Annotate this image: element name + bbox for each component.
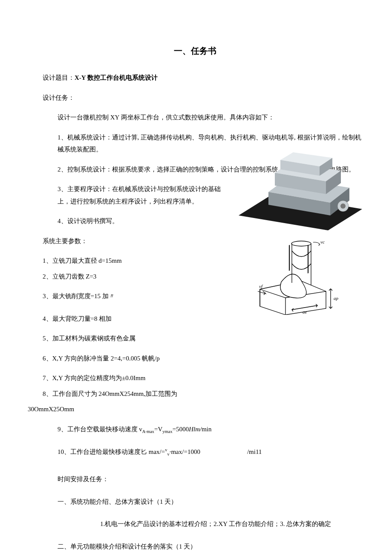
fig2-label-vc: vc <box>320 240 325 244</box>
task-item-3: 3、主要程序设计：在机械系统设计与控制系统设计的基础上，进行控制系统的主程序设计… <box>28 181 228 209</box>
fig2-label-vf: vf <box>259 284 263 289</box>
p10-mid: ·max/=1000 <box>170 448 200 455</box>
p9-ital: Hlm/ <box>189 426 202 433</box>
schedule-1-detail: 1.机电一体化产品设计的基本过程介绍；2.XY 工作台功能介绍；3. 总体方案的… <box>28 516 362 532</box>
p10-pre: 10、工作台进给最快移动速度匕 max/= <box>58 448 165 455</box>
schedule-label: 时间安排及任务： <box>28 471 362 487</box>
fig2-label-ap: ap <box>334 296 339 301</box>
param-10: 10、工作台进给最快移动速度匕 max/=vv·max/=1000/mi11 <box>28 444 362 460</box>
xy-stage-photo <box>234 151 362 232</box>
task-label: 设计任务： <box>28 90 362 106</box>
p9-sub2: ymax <box>162 429 172 434</box>
param-8-cont: 30OmmX25Omm <box>28 401 362 417</box>
svg-point-11 <box>340 203 346 209</box>
milling-cutter-diagram: vc vf ap ae <box>251 240 345 315</box>
param-6: 6、X,Y 方向的脉冲当量 2=4,=0.005 帆帆/p <box>28 351 362 366</box>
section-title: 一、任务书 <box>28 43 362 59</box>
fig2-label-ae: ae <box>303 309 307 314</box>
p10-tail: /mi11 <box>247 448 262 455</box>
schedule-2: 二、单元功能模块介绍和设计任务的落实（1 天） <box>28 539 362 555</box>
p9-post: =5000 <box>173 426 189 433</box>
topic-value: X-Y 数控工作台机电系统设计 <box>75 74 158 81</box>
param-9: 9、工作台空载最快移动速度 vA·max=Vymax=5000Hlm/min <box>28 421 362 438</box>
param-8: 8、工作台面尺寸为 24OmmX254mm,加工范围为 <box>28 386 362 402</box>
topic-label: 设计题目： <box>43 74 75 81</box>
figure-area: vc vf ap ae <box>234 151 362 319</box>
task-intro: 设计一台微机控制 XY 两坐标工作台，供立式数控铣床使用。具体内容如下： <box>28 110 362 125</box>
schedule-1: 一、系统功能介绍、总体方案设计（1 天） <box>28 494 362 510</box>
p9-pre: 9、工作台空载最快移动速度 v <box>58 426 142 433</box>
p9-end: min <box>202 426 211 433</box>
design-topic: 设计题目：X-Y 数控工作台机电系统设计 <box>28 70 362 86</box>
p9-sub1: A·max <box>142 429 154 434</box>
param-5: 5、加工材料为碳素钢或有色金属 <box>28 331 362 346</box>
param-7: 7、X,Y 方向的定位精度均为±0.0Imm <box>28 370 362 386</box>
p9-mid: =V <box>154 426 162 433</box>
